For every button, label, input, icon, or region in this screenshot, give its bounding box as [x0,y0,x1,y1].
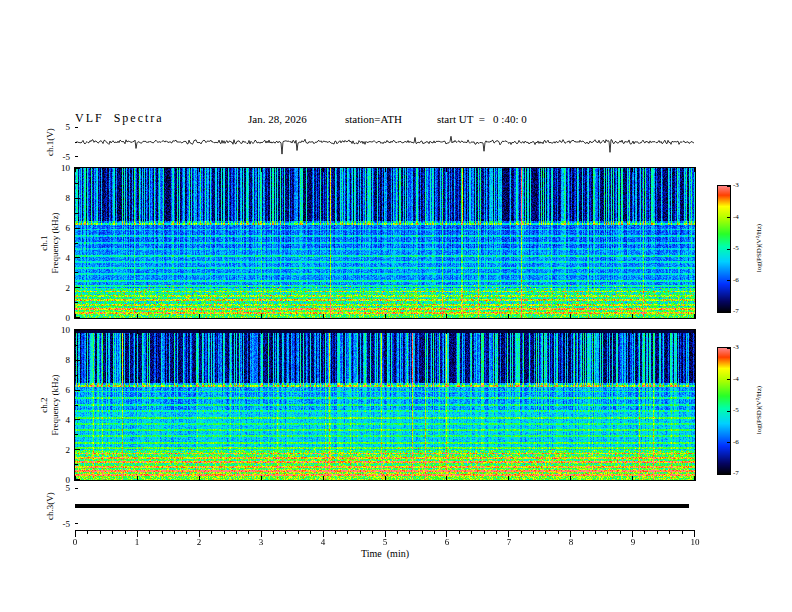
colorbar-ch2-tick-label: -5 [733,406,739,414]
colorbar-ch1-tick-label: -4 [733,213,739,221]
figure-start-ut: start UT = 0 :40: 0 [437,113,527,125]
x-tick-label: 2 [197,537,202,547]
colorbar-ch2-tick-label: -4 [733,375,739,383]
x-tick-label: 3 [259,537,264,547]
figure-date: Jan. 28, 2026 [248,113,307,125]
colorbar-ch2-tick-label: -7 [733,469,739,477]
ch2-spec-axis-label: Frequency (kHz) [50,374,60,435]
vlf-spectra-figure: VLF Spectra Jan. 28, 2026 station=ATH st… [0,0,792,612]
ch1-spec-y-tick-label: 0 [66,313,71,323]
ch2-spec-y-tick-label: 2 [66,445,71,455]
ch2-spec-y-tick-label: 10 [61,325,70,335]
x-tick-label: 10 [691,537,700,547]
colorbar-ch1-tick-label: -5 [733,244,739,252]
ch3-waveform-canvas [75,488,695,524]
x-tick-label: 9 [631,537,636,547]
ch1-waveform-canvas [75,127,695,157]
ch1-spec-axis-label: Frequency (kHz) [50,212,60,273]
ch1-wave-y-tick-label: -5 [63,152,71,162]
x-tick-label: 6 [445,537,450,547]
ch1-voltage-ylabel: ch.1(V) [45,128,55,156]
ch1-spec-y-tick-label: 2 [66,283,71,293]
ch2-spectrogram-canvas [74,329,696,481]
ch1-spectrogram-canvas [74,167,696,319]
colorbar-ch1-tick-label: -7 [733,307,739,315]
colorbar-ch2-tick-label: -3 [733,343,739,351]
ch1-spec-y-tick-label: 4 [66,253,71,263]
ch1-spec-channel-label: ch.1 [39,235,49,250]
colorbar-ch2-tick-label: -6 [733,438,739,446]
x-tick-label: 7 [507,537,512,547]
colorbar-ch1-tick-label: -3 [733,181,739,189]
colorbar-ch2-canvas [717,347,731,475]
x-axis-label: Time (min) [361,548,409,559]
x-tick-label: 0 [73,537,78,547]
x-tick-label: 5 [383,537,388,547]
colorbar-ch1-tick-label: -6 [733,276,739,284]
ch3-voltage-ylabel: ch.3(V) [45,492,55,520]
ch1-wave-y-tick-label: 5 [66,122,71,132]
ch1-spec-y-tick-label: 10 [61,163,70,173]
x-tick-label: 8 [569,537,574,547]
colorbar-ch2-label: log(PSD)(V²/Hz) [755,386,763,434]
ch3-wave-y-tick-label: -5 [63,519,71,529]
x-tick-label: 1 [135,537,140,547]
figure-station: station=ATH [345,113,402,125]
ch2-spec-y-tick-label: 6 [66,385,71,395]
ch1-spec-y-tick-label: 8 [66,193,71,203]
ch2-spec-channel-label: ch.2 [39,397,49,412]
colorbar-ch1-canvas [717,185,731,313]
ch1-spec-y-tick-label: 6 [66,223,71,233]
x-tick-label: 4 [321,537,326,547]
colorbar-ch1-label: log(PSD)(V²/Hz) [755,224,763,272]
figure-title: VLF Spectra [75,111,164,126]
ch2-spec-y-tick-label: 8 [66,355,71,365]
ch3-wave-y-tick-label: 5 [66,483,71,493]
ch2-spec-y-tick-label: 4 [66,415,71,425]
